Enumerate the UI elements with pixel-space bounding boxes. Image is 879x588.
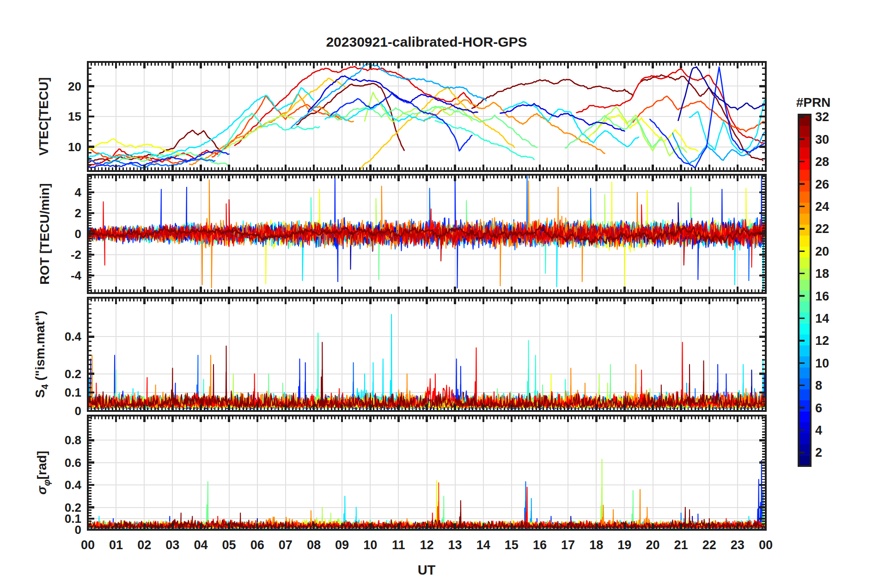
- svg-text:23: 23: [731, 538, 745, 552]
- vtec-series-prn32: [641, 75, 763, 161]
- svg-text:03: 03: [165, 538, 179, 552]
- svg-text:18: 18: [815, 267, 829, 281]
- svg-text:13: 13: [448, 538, 462, 552]
- svg-text:0.2: 0.2: [65, 501, 81, 514]
- svg-text:20: 20: [646, 538, 659, 552]
- svg-text:32: 32: [815, 110, 829, 124]
- figure-canvas: 20230921-calibrated-HOR-GPS UT #PRN 1015…: [0, 0, 879, 588]
- subplot-s4-ytick-labels: 00.10.20.4: [65, 330, 82, 418]
- svg-text:6: 6: [815, 401, 822, 415]
- colorbar-title: #PRN: [796, 95, 831, 110]
- figure-title: 20230921-calibrated-HOR-GPS: [326, 34, 527, 49]
- svg-text:05: 05: [222, 538, 236, 552]
- svg-text:01: 01: [109, 538, 123, 552]
- svg-text:12: 12: [420, 538, 433, 552]
- vtec-series-prn22: [359, 88, 514, 172]
- subplot-sigma-phi-ytick-labels: 00.10.20.40.60.8: [65, 433, 82, 537]
- svg-text:28: 28: [815, 155, 829, 169]
- svg-text:0: 0: [75, 404, 81, 418]
- x-axis-label: UT: [418, 563, 436, 577]
- svg-text:0: 0: [75, 227, 81, 241]
- colorbar-tick-labels: 2468101214161820222426283032: [815, 110, 829, 459]
- svg-text:17: 17: [561, 538, 575, 552]
- svg-text:15: 15: [505, 538, 519, 552]
- vtec-series-prn16: [565, 116, 661, 148]
- svg-text:10: 10: [68, 140, 81, 154]
- subplot-vtec-ytick-labels: 101520: [68, 80, 81, 154]
- figure: 20230921-calibrated-HOR-GPS UT #PRN 1015…: [0, 0, 879, 588]
- svg-text:4: 4: [815, 423, 822, 437]
- svg-text:14: 14: [476, 538, 490, 552]
- svg-text:07: 07: [279, 538, 293, 552]
- svg-text:2: 2: [75, 206, 81, 220]
- svg-text:0.1: 0.1: [65, 386, 81, 399]
- svg-text:0.4: 0.4: [65, 330, 82, 343]
- svg-text:21: 21: [674, 538, 688, 552]
- subplot-s4-ylabel: S4 ("ism.mat"): [33, 311, 50, 398]
- svg-text:8: 8: [815, 379, 822, 392]
- svg-text:04: 04: [194, 538, 208, 552]
- svg-text:18: 18: [589, 538, 603, 552]
- svg-text:19: 19: [617, 538, 631, 552]
- svg-text:24: 24: [815, 200, 829, 214]
- svg-text:30: 30: [815, 133, 829, 147]
- grid-layer: [89, 63, 765, 529]
- svg-text:08: 08: [307, 538, 321, 552]
- svg-text:22: 22: [815, 222, 829, 236]
- svg-text:15: 15: [68, 110, 81, 123]
- subplot-rot-ytick-labels: -4-2024: [71, 185, 82, 282]
- subplot-sigma-phi-ylabel: σφ[rad]: [35, 451, 52, 495]
- svg-text:0.6: 0.6: [65, 456, 81, 470]
- svg-text:09: 09: [335, 538, 349, 552]
- svg-text:4: 4: [75, 185, 82, 199]
- svg-text:00: 00: [759, 538, 773, 552]
- svg-text:10: 10: [815, 356, 829, 370]
- svg-text:0.8: 0.8: [65, 433, 81, 447]
- svg-text:26: 26: [815, 178, 829, 191]
- svg-text:22: 22: [702, 538, 716, 552]
- svg-text:2: 2: [815, 446, 822, 459]
- svg-text:00: 00: [81, 538, 95, 552]
- svg-text:-4: -4: [71, 269, 82, 282]
- svg-text:20: 20: [815, 245, 829, 258]
- svg-text:0.2: 0.2: [65, 367, 81, 381]
- x-tick-labels: 0001020304050607080910111213141516171819…: [81, 538, 773, 552]
- svg-text:-2: -2: [71, 248, 81, 262]
- svg-text:14: 14: [815, 312, 829, 325]
- colorbar: [799, 115, 811, 466]
- svg-text:0.4: 0.4: [65, 478, 82, 492]
- vtec-series-prn24: [189, 94, 354, 165]
- svg-text:12: 12: [815, 334, 829, 348]
- svg-text:10: 10: [363, 538, 377, 552]
- svg-text:16: 16: [815, 289, 829, 303]
- subplot-rot-ylabel: ROT [TECU/min]: [37, 183, 52, 284]
- subplot-vtec-ylabel: VTEC[TECU]: [37, 77, 51, 156]
- vtec-series-prn29: [235, 67, 475, 146]
- vtec-series-prn29: [577, 69, 763, 143]
- vtec-series-prn14: [435, 121, 534, 159]
- svg-text:11: 11: [392, 538, 405, 552]
- subplot-vtec-grid: [89, 63, 765, 170]
- svg-text:06: 06: [250, 538, 264, 552]
- vtec-series-prn14: [218, 113, 319, 156]
- svg-text:16: 16: [533, 538, 547, 552]
- subplot-sigma-phi-grid: [89, 416, 765, 529]
- svg-text:02: 02: [137, 538, 151, 552]
- svg-text:20: 20: [68, 80, 81, 93]
